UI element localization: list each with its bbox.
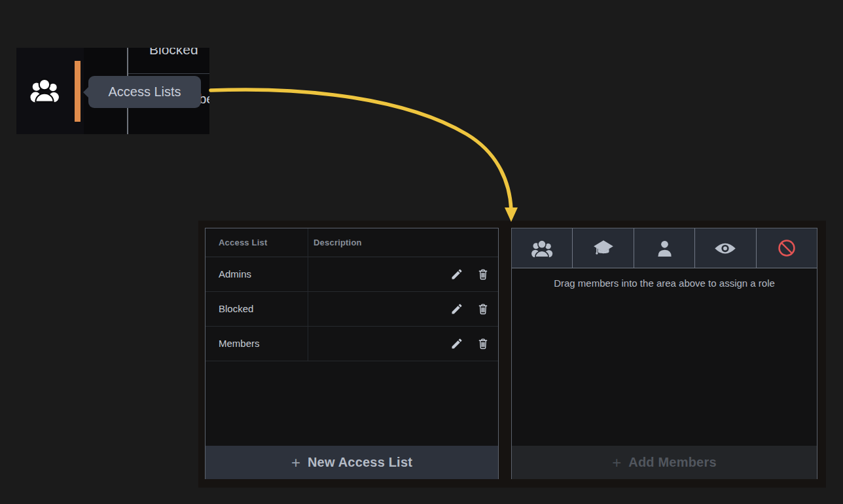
graduation-cap-icon	[592, 239, 615, 257]
table-header: Access List Description	[206, 228, 498, 257]
access-list-name: Blocked	[219, 303, 253, 314]
group-icon	[29, 77, 60, 103]
add-members-button[interactable]: + Add Members	[512, 446, 817, 479]
role-tabs-row	[512, 228, 817, 268]
edit-button[interactable]	[449, 267, 465, 283]
access-lists-tooltip: Access Lists	[88, 76, 201, 108]
edit-button[interactable]	[449, 336, 465, 352]
edit-button[interactable]	[449, 302, 465, 317]
column-header-access-list: Access List	[219, 238, 267, 247]
role-drop-target-blocked[interactable]	[757, 228, 817, 268]
active-nav-accent-bar	[75, 61, 81, 122]
table-row-admins[interactable]: Admins	[206, 257, 498, 292]
add-members-label: Add Members	[628, 455, 716, 470]
access-lists-nav-icon[interactable]	[29, 77, 60, 103]
trash-icon	[476, 337, 490, 350]
role-drop-target-teachers[interactable]	[573, 228, 634, 268]
new-access-list-label: New Access List	[308, 455, 412, 470]
pencil-icon	[450, 302, 463, 315]
table-row-blocked[interactable]: Blocked	[206, 292, 498, 327]
access-list-name: Members	[219, 338, 260, 349]
role-drop-target-observers[interactable]	[695, 228, 756, 268]
trash-icon	[476, 268, 490, 281]
screenshot-stage: Blocked Members Access Lists Access List…	[0, 0, 843, 504]
delete-button[interactable]	[475, 267, 491, 283]
partial-row-blocked: Blocked	[149, 48, 198, 58]
blocked-icon	[777, 238, 797, 258]
role-drop-target-admins[interactable]	[512, 228, 573, 268]
plus-icon: +	[291, 454, 300, 472]
group-icon	[531, 239, 553, 257]
person-icon	[656, 240, 673, 257]
access-lists-panel: Access List Description Admins	[205, 228, 499, 479]
access-list-name: Admins	[219, 268, 251, 279]
role-assignment-panel: Drag members into the area above to assi…	[511, 228, 817, 479]
trash-icon	[476, 302, 490, 315]
drag-members-hint: Drag members into the area above to assi…	[512, 278, 817, 289]
new-access-list-button[interactable]: + New Access List	[206, 446, 498, 479]
role-drop-target-members[interactable]	[634, 228, 695, 268]
plus-icon: +	[612, 454, 621, 472]
column-header-description: Description	[314, 238, 362, 247]
pencil-icon	[450, 268, 463, 281]
pencil-icon	[450, 337, 463, 350]
eye-icon	[713, 241, 737, 256]
table-row-members[interactable]: Members	[206, 327, 498, 361]
row-divider	[128, 73, 209, 74]
delete-button[interactable]	[475, 302, 491, 317]
delete-button[interactable]	[475, 336, 491, 352]
panels-container: Access List Description Admins	[198, 221, 826, 488]
